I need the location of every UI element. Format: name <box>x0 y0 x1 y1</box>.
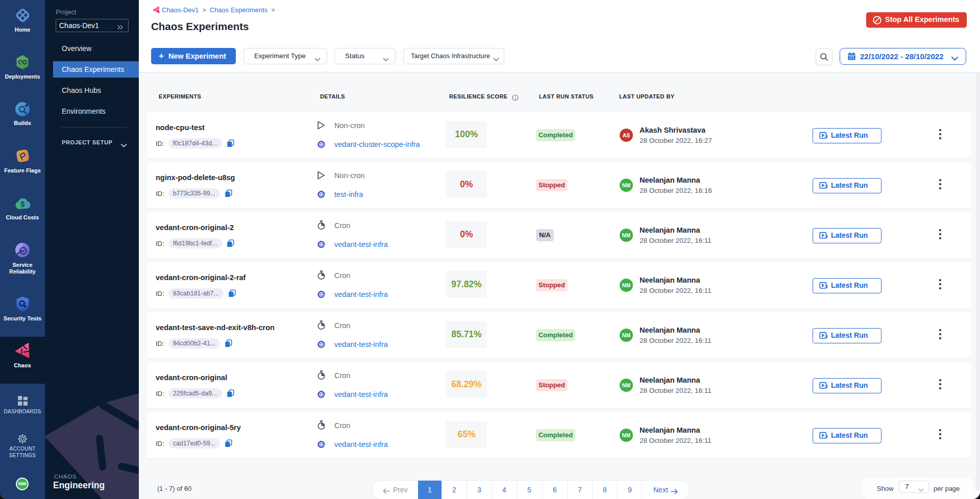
svg-text:$: $ <box>20 200 24 208</box>
